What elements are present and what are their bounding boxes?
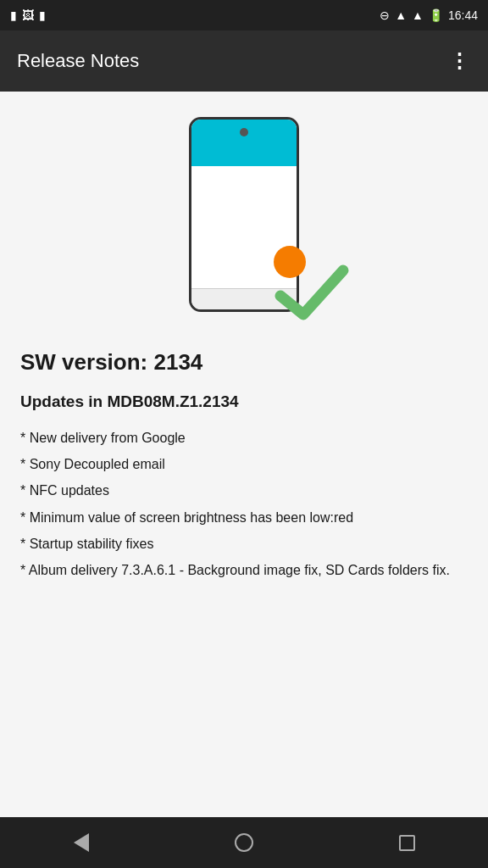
battery-low-icon: ▮ (10, 8, 17, 22)
updates-title: Updates in MDB08M.Z1.2134 (20, 392, 468, 411)
back-icon (74, 833, 89, 852)
signal-icon: ▮ (39, 8, 46, 22)
home-button[interactable] (219, 826, 269, 860)
update-list: * New delivery from Google * Sony Decoup… (20, 426, 468, 581)
wifi-icon: ▲ (395, 8, 407, 22)
phone-illustration (189, 117, 299, 312)
nav-bar (0, 817, 488, 868)
signal-bars-icon: ▲ (412, 8, 424, 22)
more-vert-icon[interactable]: ⋮ (449, 49, 471, 73)
sw-version: SW version: 2134 (20, 349, 468, 376)
battery-icon: 🔋 (429, 8, 443, 22)
list-item: * Sony Decoupled email (20, 453, 468, 476)
list-item: * NFC updates (20, 479, 468, 502)
list-item: * Startup stability fixes (20, 532, 468, 555)
back-button[interactable] (56, 826, 107, 860)
status-bar-right: ⊖ ▲ ▲ 🔋 16:44 (380, 8, 478, 22)
release-notes-content: SW version: 2134 Updates in MDB08M.Z1.21… (0, 329, 488, 598)
orange-dot (274, 246, 306, 278)
toolbar: Release Notes ⋮ (0, 31, 488, 92)
status-bar-left: ▮ 🖼 ▮ (10, 8, 46, 22)
list-item: * Minimum value of screen brightness has… (20, 506, 468, 529)
page-title: Release Notes (17, 50, 139, 72)
recents-icon (399, 835, 415, 851)
home-icon (235, 833, 253, 852)
list-item: * Album delivery 7.3.A.6.1 - Background … (20, 559, 468, 581)
phone-camera (240, 128, 248, 136)
list-item: * New delivery from Google (20, 426, 468, 449)
main-content: SW version: 2134 Updates in MDB08M.Z1.21… (0, 92, 488, 817)
status-bar: ▮ 🖼 ▮ ⊖ ▲ ▲ 🔋 16:44 (0, 0, 488, 31)
do-not-disturb-icon: ⊖ (380, 8, 390, 22)
phone-status-bar (191, 120, 297, 166)
recents-button[interactable] (381, 826, 432, 860)
status-time: 16:44 (448, 8, 478, 22)
image-icon: 🖼 (22, 8, 34, 22)
illustration-area (0, 92, 488, 329)
